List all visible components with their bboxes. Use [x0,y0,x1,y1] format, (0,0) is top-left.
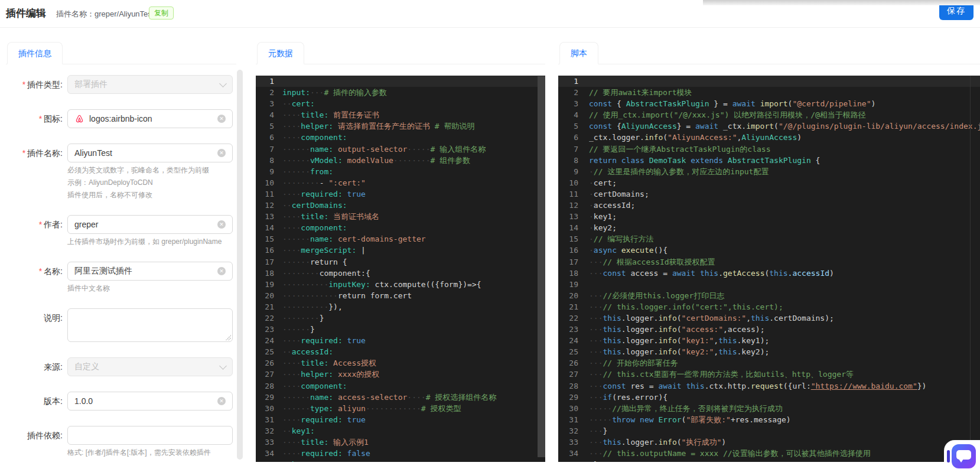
code-text: ···this.logger.info("key1:",this.key1); [589,335,980,346]
author-input[interactable]: greper✕ [67,215,233,234]
code-text: ··certDomains: [282,200,545,211]
resize-handle-icon [225,334,231,340]
line-number: 16 [558,245,589,256]
code-line: 21··········}), [256,301,545,312]
code-line: 22···this.logger.info("certDomains:",thi… [558,312,980,324]
line-number: 21 [256,301,282,312]
form-field-deps: 插件依赖:格式: [作者/]插件名[:版本]，需先安装依赖插件 [6,426,237,457]
field-control: logos:airbnb-icon✕ [67,109,233,128]
desc-textarea[interactable] [67,308,233,342]
code-line: 8······vModel: modelValue········# 组件参数 [256,155,545,166]
code-line: 34···// this.outputName = xxxx //设置输出参数，… [558,448,980,459]
line-number: 10 [558,177,589,188]
tab-script[interactable]: 脚本 [559,42,598,64]
line-number: 33 [256,437,282,448]
code-text: ········component:{ [282,268,545,279]
code-text: ······return { [282,256,545,268]
name-input[interactable]: AliyunTest✕ [67,144,233,162]
code-text: ········- ":cert:" [282,177,545,188]
field-helper-text: 插件中文名称 [67,284,233,293]
field-label-text: 名称: [44,266,63,276]
clear-icon[interactable]: ✕ [217,220,226,229]
required-asterisk: * [39,266,42,276]
code-line: 14·key2; [558,222,980,233]
left-panel-scrollbar[interactable] [237,70,243,460]
field-label: *插件类型: [6,75,67,94]
code-line: 7······name: output-selector·····# 输入组件名… [256,144,545,155]
line-number: 4 [558,109,589,120]
line-number: 24 [558,335,589,346]
form-field-type: *插件类型:部署插件 [6,75,237,94]
field-label: *插件名称: [6,144,67,200]
code-line: 16·async execute(){ [558,245,980,256]
field-value: 阿里云测试插件 [74,266,217,276]
clear-icon[interactable]: ✕ [217,267,226,275]
field-control: 自定义 [67,357,233,376]
required-asterisk: * [39,114,42,123]
line-number: 15 [558,233,589,245]
tab-plugin-info[interactable]: 插件信息 [7,42,63,64]
icon-input[interactable]: logos:airbnb-icon✕ [67,109,233,128]
code-text: ··key1: [282,425,545,437]
code-line: 1 [256,76,545,87]
code-line: 8return class DemoTask extends AbstractT… [558,155,980,166]
code-line: 20···//必须使用this.logger打印日志 [558,290,980,301]
code-line: 24···this.logger.info("key1:",this.key1)… [558,335,980,346]
tab-metadata[interactable]: 元数据 [257,42,304,64]
line-number: 22 [256,312,282,324]
clear-icon[interactable]: ✕ [217,397,226,405]
code-line: 28···const res = await this.ctx.http.req… [558,380,980,392]
line-number: 25 [558,346,589,357]
line-number: 1 [256,76,282,87]
clear-icon[interactable]: ✕ [217,115,226,123]
code-line: 2// 要用await来import模块 [558,87,980,98]
source-select[interactable]: 自定义 [67,357,233,376]
field-value: 自定义 [74,361,220,372]
code-text: ··········}), [282,301,545,312]
script-editor[interactable]: 12// 要用await来import模块3const { AbstractTa… [558,76,980,462]
code-line: 27····helper: xxxx的授权 [256,369,545,380]
code-text [282,76,545,87]
form-field-source: 来源:自定义 [6,357,237,376]
code-line: 10········- ":cert:" [256,177,545,188]
code-line: 2input:···# 插件的输入参数 [256,87,545,98]
code-line: 12··certDomains: [256,200,545,211]
code-line: 4// 使用_ctx.import("/@/xxx.js") 以绝对路径引用模块… [558,109,980,120]
robot-chat-icon[interactable] [952,444,976,468]
line-number: 8 [256,155,282,166]
code-line: 10·cert; [558,177,980,188]
line-number: 12 [558,200,589,211]
type-select[interactable]: 部署插件 [67,75,233,94]
code-line: 15······name: cert-domains-getter [256,233,545,245]
version-input[interactable]: 1.0.0✕ [67,392,233,411]
line-number: 7 [558,144,589,155]
line-number: 3 [558,98,589,109]
code-text: ··cert: [282,98,545,109]
code-text: ···this.logger.info("执行成功") [589,437,980,448]
form-field-desc: 说明: [6,308,237,342]
code-text: ····component: [282,222,545,233]
field-label: 版本: [6,392,67,411]
line-number: 20 [256,290,282,301]
title-input[interactable]: 阿里云测试插件✕ [67,262,233,281]
meta-tabbar: 元数据 [256,41,545,64]
code-text: ···this.logger.info("access:",access); [589,324,980,335]
metadata-editor[interactable]: 12input:···# 插件的输入参数3··cert:4····title: … [256,76,545,462]
line-number: 11 [558,188,589,200]
code-text: ······} [282,324,545,335]
line-number: 14 [558,222,589,233]
code-line: 30······type: aliyun············# 授权类型 [256,403,545,414]
deps-input[interactable] [67,426,233,445]
code-text: ··accessId: [282,346,545,357]
metadata-editor-scrollbar[interactable] [538,76,545,457]
line-number: 17 [256,256,282,268]
left-tabbar: 插件信息 [6,41,236,64]
copy-badge[interactable]: 复制 [149,6,174,19]
chat-widget-handle[interactable] [947,450,950,463]
code-line: 29······name: access-selector····# 授权选择组… [256,392,545,403]
code-line: 11·certDomains; [558,188,980,200]
code-text: ····required: true [282,414,545,425]
code-text: ···if(res.error){ [589,392,980,403]
script-editor-scrollbar[interactable] [970,76,971,462]
clear-icon[interactable]: ✕ [217,149,226,157]
